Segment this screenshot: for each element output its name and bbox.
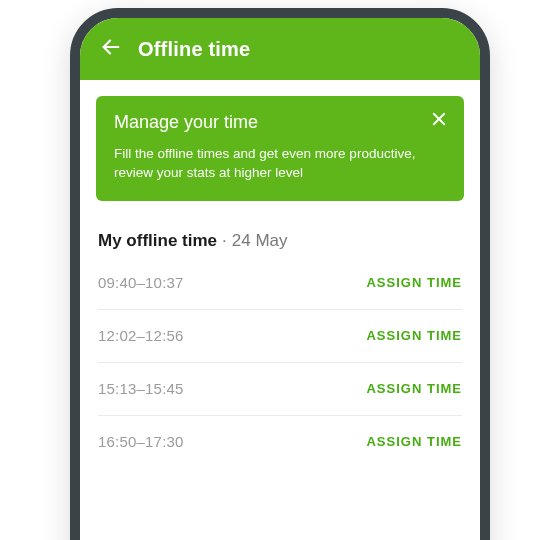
separator-dot: · bbox=[222, 231, 227, 251]
time-range: 16:50–17:30 bbox=[98, 433, 184, 450]
time-range: 12:02–12:56 bbox=[98, 327, 184, 344]
app-bar: Offline time bbox=[80, 18, 480, 80]
arrow-left-icon bbox=[100, 36, 122, 62]
assign-time-button[interactable]: ASSIGN TIME bbox=[366, 434, 462, 449]
close-icon bbox=[430, 110, 448, 132]
banner-title: Manage your time bbox=[114, 112, 412, 134]
list-item: 15:13–15:45 ASSIGN TIME bbox=[98, 363, 462, 416]
content: Manage your time Fill the offline times … bbox=[80, 80, 480, 540]
page-title: Offline time bbox=[138, 38, 250, 61]
assign-time-button[interactable]: ASSIGN TIME bbox=[366, 275, 462, 290]
list-item: 12:02–12:56 ASSIGN TIME bbox=[98, 310, 462, 363]
banner-close-button[interactable] bbox=[426, 108, 452, 134]
time-range: 15:13–15:45 bbox=[98, 380, 184, 397]
section-title: My offline time bbox=[98, 231, 217, 251]
section-header: My offline time · 24 May bbox=[98, 231, 462, 251]
list-item: 16:50–17:30 ASSIGN TIME bbox=[98, 416, 462, 468]
screen: Offline time Manage your time Fill the o… bbox=[80, 18, 480, 540]
assign-time-button[interactable]: ASSIGN TIME bbox=[366, 381, 462, 396]
phone-frame: Offline time Manage your time Fill the o… bbox=[70, 8, 490, 540]
info-banner: Manage your time Fill the offline times … bbox=[96, 96, 464, 201]
assign-time-button[interactable]: ASSIGN TIME bbox=[366, 328, 462, 343]
list-item: 09:40–10:37 ASSIGN TIME bbox=[98, 257, 462, 310]
time-range: 09:40–10:37 bbox=[98, 274, 184, 291]
section-date: 24 May bbox=[232, 231, 288, 251]
banner-body: Fill the offline times and get even more… bbox=[114, 144, 446, 183]
back-button[interactable] bbox=[94, 32, 128, 66]
offline-time-list: 09:40–10:37 ASSIGN TIME 12:02–12:56 ASSI… bbox=[98, 257, 462, 468]
